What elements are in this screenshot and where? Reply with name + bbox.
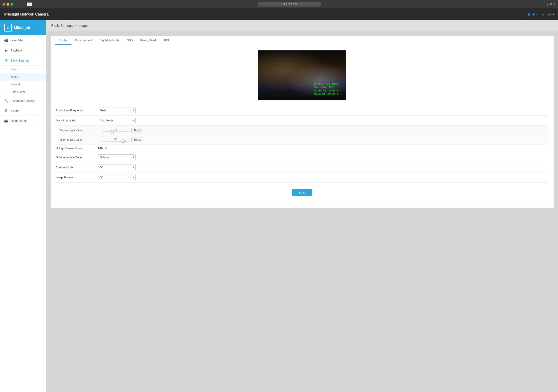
- camera-preview-wrap: Bitrate: 4165.0kbps Frame Rate: 10fps Re…: [51, 45, 554, 105]
- day-night-mode-select[interactable]: Auto Mode Day Mode Night Mode: [98, 118, 136, 123]
- tab-privacy-mask[interactable]: Privacy Mask: [136, 36, 160, 45]
- power-line-frequency-row: Power Line Frequency: 50Hz 60Hz: [56, 105, 549, 116]
- sidebar-label-basic-settings: Basic Settings: [10, 59, 29, 62]
- osd-line2: Frame Rate: 10fps: [314, 86, 342, 89]
- day-to-night-reset-button[interactable]: Reset: [131, 128, 143, 133]
- osd-line4: WebSocket Connection 1: [314, 93, 342, 96]
- image-rotation-row: Image Rotation: Off 90° 180° 270°: [56, 172, 549, 183]
- day-night-mode-control: Auto Mode Day Mode Night Mode: [98, 118, 549, 123]
- camera-preview: Bitrate: 4165.0kbps Frame Rate: 10fps Re…: [258, 50, 346, 100]
- night-to-day-slider-container: 82: [102, 138, 129, 142]
- corridor-mode-row: Corridor Mode: Off On: [56, 162, 549, 172]
- day-to-night-slider-wrap: 36 Reset: [102, 128, 549, 133]
- traffic-lights: [2, 3, 13, 6]
- sidebar-sub-network[interactable]: Network: [0, 81, 46, 88]
- sidebar: ◇ Milesight 📹 Live Video ▶ Playback ⚙ Ba…: [0, 20, 46, 392]
- outdoor-indoor-select[interactable]: Outdoor Indoor: [98, 154, 136, 160]
- content-area: Display Enhancement Day/Night Mode OSD P…: [46, 32, 558, 212]
- night-to-day-slider[interactable]: [102, 141, 129, 142]
- address-bar[interactable]: 192.168.1.190: [258, 2, 321, 7]
- tab-osd[interactable]: OSD: [123, 36, 136, 45]
- tab-bar-button[interactable]: ···: [27, 2, 32, 6]
- day-night-mode-row: Day/Night Mode: Auto Mode Day Mode Night…: [56, 116, 549, 126]
- plus-icon[interactable]: +: [554, 2, 556, 6]
- sidebar-item-live-video[interactable]: 📹 Live Video: [0, 35, 46, 45]
- corridor-mode-control: Off On: [98, 164, 549, 170]
- sidebar-item-advanced-settings[interactable]: 🔧 Advanced Settings: [0, 96, 46, 106]
- power-line-frequency-control: 50Hz 60Hz: [98, 108, 549, 113]
- address-bar-container: 192.168.1.190: [34, 2, 545, 7]
- sidebar-sub-label-datetime: Date & Time: [10, 90, 26, 94]
- save-button[interactable]: Save: [292, 189, 312, 196]
- sidebar-label-advanced-settings: Advanced Settings: [10, 99, 35, 102]
- osd-line1: Bitrate: 4165.0kbps: [314, 82, 342, 86]
- image-rotation-control: Off 90° 180° 270°: [98, 175, 549, 180]
- header-right: 👤 admin ⎋ Logout: [527, 13, 554, 16]
- form-panel: Display Enhancement Day/Night Mode OSD P…: [51, 36, 554, 208]
- outdoor-indoor-control: Outdoor Indoor: [98, 154, 549, 160]
- night-to-day-slider-wrap: 82 Reset: [102, 137, 549, 142]
- power-line-frequency-select[interactable]: 50Hz 60Hz: [98, 108, 136, 113]
- sidebar-item-maintenance[interactable]: 📷 Maintenance: [0, 116, 46, 126]
- day-to-night-row: Day to Night Value: 36 Reset: [56, 126, 549, 135]
- corridor-mode-select[interactable]: Off On: [98, 164, 136, 170]
- app-body: ◇ Milesight 📹 Live Video ▶ Playback ⚙ Ba…: [0, 20, 558, 392]
- tab-enhancement[interactable]: Enhancement: [71, 36, 96, 45]
- tab-day-night-mode[interactable]: Day/Night Mode: [96, 36, 123, 45]
- close-button[interactable]: [2, 3, 5, 6]
- back-button[interactable]: ‹: [15, 2, 19, 7]
- sidebar-sub-image[interactable]: Image: [0, 73, 46, 81]
- sidebar-sub-datetime[interactable]: Date & Time: [0, 88, 46, 96]
- day-to-night-label: Day to Night Value:: [60, 129, 102, 132]
- minimize-button[interactable]: [7, 3, 9, 6]
- forward-button[interactable]: ›: [21, 2, 25, 7]
- main-content: Basic Settings >> Image Display Enhancem…: [46, 20, 558, 392]
- share-icon[interactable]: ⎗: [547, 2, 548, 6]
- sidebar-item-basic-settings[interactable]: ⚙ Basic Settings: [0, 55, 46, 66]
- outdoor-indoor-row: Outdoor/Indoor Mode: Outdoor Indoor: [56, 152, 549, 162]
- ir-light-sensor-row: IR Light Sensor Value: 100 ↻: [56, 145, 549, 152]
- day-to-night-slider[interactable]: [102, 131, 129, 132]
- night-to-day-control: 82 Reset: [102, 137, 549, 142]
- save-row: Save: [56, 183, 549, 203]
- page-header: Basic Settings >> Image: [46, 20, 558, 32]
- camera-inner: Bitrate: 4165.0kbps Frame Rate: 10fps Re…: [258, 51, 346, 100]
- image-rotation-select[interactable]: Off 90° 180° 270°: [98, 175, 136, 180]
- app-header: Milesight Network Camera 👤 admin ⎋ Logou…: [0, 9, 558, 20]
- sidebar-item-system[interactable]: 🖥 System: [0, 106, 46, 116]
- ir-light-sensor-control: 100 ↻: [98, 147, 549, 150]
- logout-button[interactable]: ⎋ Logout: [542, 13, 554, 16]
- sidebar-sub-label-network: Network: [10, 83, 21, 86]
- corridor-mode-select-wrapper: Off On: [98, 164, 136, 170]
- sidebar-sub-video[interactable]: Video: [0, 66, 46, 73]
- night-to-day-reset-button[interactable]: Reset: [131, 137, 143, 142]
- wrench-icon: 🔧: [4, 99, 9, 103]
- image-rotation-label: Image Rotation:: [56, 176, 98, 179]
- corridor-mode-label: Corridor Mode:: [56, 166, 98, 169]
- sidebar-sub-label-image: Image: [10, 75, 18, 78]
- sidebar-item-playback[interactable]: ▶ Playback: [0, 45, 46, 55]
- slider-container: 36: [102, 128, 129, 132]
- image-rotation-select-wrapper: Off 90° 180° 270°: [98, 175, 136, 180]
- play-icon: ▶: [4, 48, 9, 52]
- logo-text: Milesight: [14, 26, 30, 30]
- day-night-mode-label: Day/Night Mode:: [56, 119, 98, 122]
- maximize-button[interactable]: [10, 3, 13, 6]
- user-menu[interactable]: 👤 admin: [527, 13, 539, 16]
- camera-icon: 📷: [4, 119, 9, 123]
- sidebar-label-playback: Playback: [10, 49, 23, 52]
- refresh-icon[interactable]: ↻: [105, 147, 107, 150]
- logout-icon: ⎋: [542, 13, 544, 16]
- monitor-icon: 🖥: [4, 109, 9, 113]
- outdoor-indoor-label: Outdoor/Indoor Mode:: [56, 156, 98, 159]
- tab-roi[interactable]: ROI: [160, 36, 173, 45]
- power-line-frequency-select-wrapper: 50Hz 60Hz: [98, 108, 136, 113]
- osd-line3: Resolution: 2048*30: [314, 89, 342, 93]
- day-night-mode-select-wrapper: Auto Mode Day Mode Night Mode: [98, 118, 136, 123]
- night-to-day-row: Night to Day Value: 82 Reset: [56, 135, 549, 145]
- tab-display[interactable]: Display: [55, 36, 71, 45]
- camera-osd: Bitrate: 4165.0kbps Frame Rate: 10fps Re…: [314, 82, 342, 96]
- window-icon[interactable]: ⧉: [550, 2, 552, 6]
- tab-bar: Display Enhancement Day/Night Mode OSD P…: [51, 36, 554, 45]
- user-icon: 👤: [527, 13, 531, 16]
